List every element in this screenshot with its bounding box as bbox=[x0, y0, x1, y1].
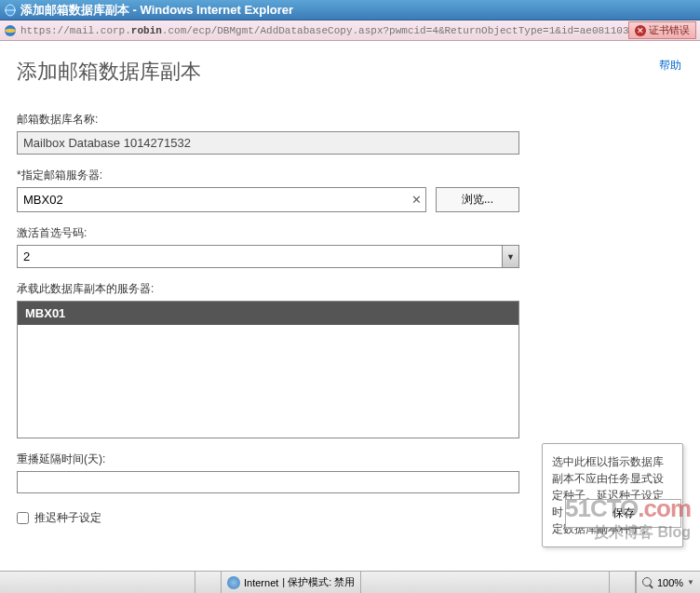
page-content: 帮助 添加邮箱数据库副本 邮箱数据库名称: Mailbox Database 1… bbox=[0, 41, 700, 571]
browse-button[interactable]: 浏览... bbox=[436, 187, 519, 212]
hosts-list[interactable]: MBX01 bbox=[17, 301, 519, 438]
list-item[interactable]: MBX01 bbox=[18, 302, 518, 325]
save-button[interactable]: 保存 bbox=[565, 499, 681, 528]
page-favicon bbox=[4, 24, 17, 37]
server-input[interactable] bbox=[18, 189, 407, 210]
sb-cell[interactable] bbox=[584, 572, 610, 593]
db-name-label: 邮箱数据库名称: bbox=[17, 112, 683, 128]
sb-zone[interactable]: Internet | 保护模式: 禁用 bbox=[222, 572, 361, 593]
chevron-down-icon[interactable]: ▼ bbox=[502, 246, 518, 267]
shield-icon: ✕ bbox=[635, 25, 646, 36]
address-bar[interactable]: https://mail.corp.robin.com/ecp/DBMgmt/A… bbox=[0, 20, 700, 41]
chevron-down-icon[interactable]: ▼ bbox=[687, 578, 694, 586]
sb-cell[interactable] bbox=[610, 572, 636, 593]
sb-cell bbox=[0, 572, 195, 593]
cert-error-badge[interactable]: ✕ 证书错误 bbox=[628, 21, 696, 39]
server-label: *指定邮箱服务器: bbox=[17, 168, 683, 183]
activation-label: 激活首选号码: bbox=[17, 225, 683, 241]
hosts-label: 承载此数据库副本的服务器: bbox=[17, 281, 683, 297]
replay-input[interactable] bbox=[17, 471, 519, 493]
status-bar: Internet | 保护模式: 禁用 100% ▼ bbox=[0, 571, 700, 593]
sb-cell bbox=[195, 572, 222, 593]
activation-value: 2 bbox=[18, 246, 502, 267]
server-input-wrap: ✕ bbox=[17, 187, 426, 212]
postpone-label: 推迟种子设定 bbox=[34, 510, 101, 526]
magnifier-icon bbox=[642, 577, 653, 588]
url-text[interactable]: https://mail.corp.robin.com/ecp/DBMgmt/A… bbox=[20, 25, 628, 36]
globe-icon bbox=[227, 576, 240, 589]
db-name-field: Mailbox Database 1014271532 bbox=[17, 131, 519, 155]
page-title: 添加邮箱数据库副本 bbox=[17, 58, 683, 86]
window-title: 添加邮箱数据库副本 - Windows Internet Explorer bbox=[20, 2, 293, 19]
activation-select[interactable]: 2 ▼ bbox=[17, 245, 519, 268]
help-link[interactable]: 帮助 bbox=[659, 58, 681, 74]
postpone-checkbox[interactable] bbox=[17, 512, 29, 524]
zoom-control[interactable]: 100% ▼ bbox=[636, 572, 700, 593]
tooltip: 选中此框以指示数据库副本不应由任务显式设定种子。延迟种子设定时，管理员必须手动设… bbox=[542, 443, 683, 547]
ie-favicon bbox=[4, 4, 17, 17]
svg-point-2 bbox=[5, 28, 16, 32]
window-titlebar: 添加邮箱数据库副本 - Windows Internet Explorer bbox=[0, 0, 700, 20]
clear-icon[interactable]: ✕ bbox=[407, 193, 425, 207]
